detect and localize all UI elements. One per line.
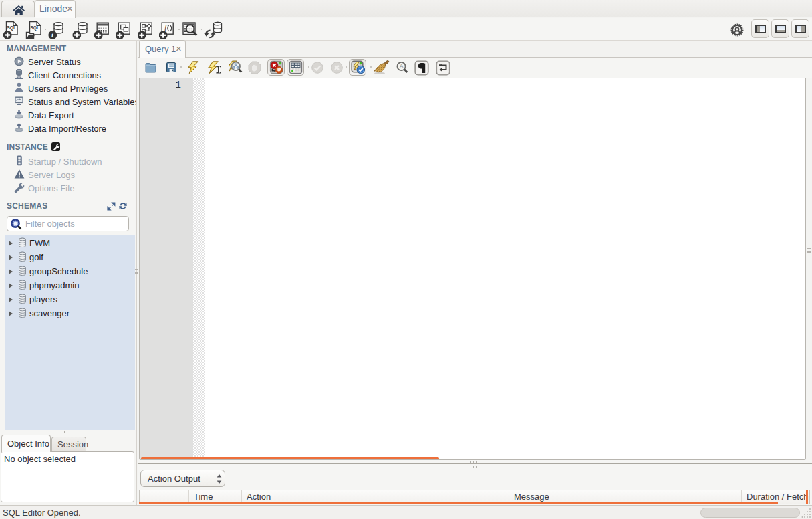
svg-text:SQL: SQL — [30, 25, 39, 31]
svg-text:SQL: SQL — [7, 25, 16, 31]
svg-text:i: i — [51, 31, 53, 39]
svg-text:A: A — [399, 62, 404, 70]
